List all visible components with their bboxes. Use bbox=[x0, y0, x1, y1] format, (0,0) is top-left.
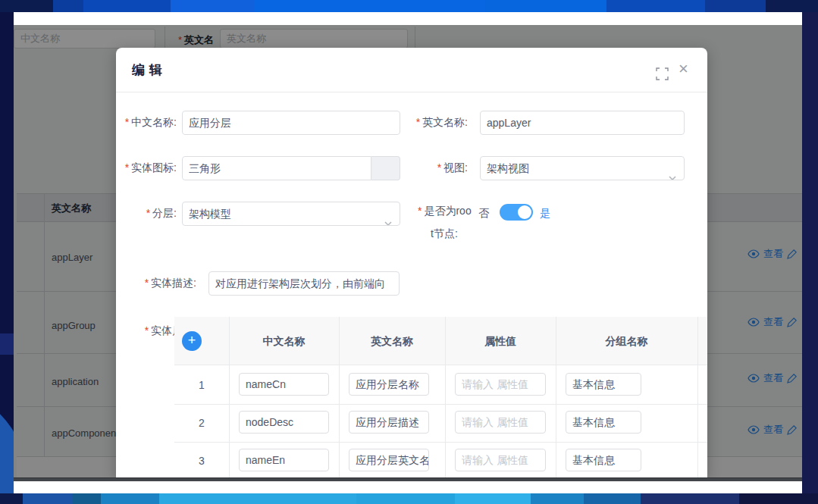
name-cn-input[interactable]: 应用分层 bbox=[182, 111, 400, 135]
attr-col-header-value: 属性值 bbox=[445, 317, 556, 365]
window-bottom-band bbox=[14, 477, 802, 481]
wallpaper-top-accent bbox=[0, 0, 818, 12]
edit-modal: 编辑 × *中文名称: 应用分层 *英文名称: appLayer *实体图标: … bbox=[116, 48, 707, 477]
attr-cn-input[interactable]: nameEn bbox=[239, 449, 329, 471]
attr-col-divider bbox=[445, 317, 446, 477]
toggle-knob bbox=[518, 205, 531, 219]
required-star: * bbox=[437, 161, 441, 174]
page-content: 中文名称 *英文名 英文名称 英文名称 appLayer 查看 appGroup… bbox=[14, 25, 802, 477]
attr-en-input[interactable]: 应用分层名称 bbox=[349, 373, 429, 396]
attr-row-divider bbox=[174, 442, 707, 443]
attr-col-header-cn: 中文名称 bbox=[229, 317, 339, 365]
attr-value-input[interactable]: 请输入 属性值 bbox=[455, 449, 546, 471]
required-star: * bbox=[125, 161, 129, 174]
toggle-on-text: 是 bbox=[540, 207, 550, 221]
chevron-down-icon bbox=[668, 166, 677, 180]
attr-col-divider bbox=[229, 317, 230, 477]
name-en-input[interactable]: appLayer bbox=[480, 111, 685, 135]
add-attr-button[interactable]: + bbox=[182, 331, 202, 351]
close-icon[interactable]: × bbox=[679, 61, 688, 77]
wallpaper-right-edge bbox=[802, 12, 818, 493]
field-label-entity-icon: *实体图标: bbox=[116, 161, 177, 175]
required-star: * bbox=[125, 116, 129, 128]
attr-group-input[interactable]: 基本信息 bbox=[566, 373, 641, 396]
attr-row-divider bbox=[174, 404, 707, 405]
modal-title: 编辑 bbox=[132, 61, 167, 79]
attr-table: + 中文名称 英文名称 属性值 分组名称 1 nameCn 应用分层名称 请输入… bbox=[174, 317, 707, 477]
attr-value-input[interactable]: 请输入 属性值 bbox=[455, 373, 546, 396]
toggle-off-text: 否 bbox=[478, 207, 489, 221]
wallpaper-bottom-accent bbox=[0, 493, 818, 504]
attr-value-input[interactable]: 请输入 属性值 bbox=[455, 411, 546, 434]
required-star: * bbox=[418, 205, 422, 217]
required-star: * bbox=[145, 277, 149, 289]
attr-group-input[interactable]: 基本信息 bbox=[566, 411, 641, 434]
entity-desc-input[interactable]: 对应用进行架构层次划分，由前端向 bbox=[208, 271, 400, 296]
entity-icon-input[interactable]: 三角形 bbox=[182, 156, 371, 180]
attr-group-input[interactable]: 基本信息 bbox=[566, 449, 641, 471]
required-star: * bbox=[146, 207, 150, 219]
field-label-view: *视图: bbox=[404, 161, 468, 175]
wallpaper-left-edge bbox=[0, 12, 14, 493]
field-label-layer: *分层: bbox=[116, 207, 177, 221]
fullscreen-icon[interactable] bbox=[656, 67, 669, 80]
attr-col-divider bbox=[697, 317, 698, 477]
view-select[interactable]: 架构视图 bbox=[480, 156, 685, 180]
field-label-is-root-line1: *是否为roo bbox=[418, 205, 471, 218]
field-label-name-cn: *中文名称: bbox=[116, 116, 177, 130]
attr-cn-input[interactable]: nameCn bbox=[239, 373, 329, 396]
attr-col-header-group: 分组名称 bbox=[556, 317, 697, 365]
attr-row-index: 1 bbox=[174, 379, 229, 391]
required-star: * bbox=[416, 116, 420, 128]
attr-row-index: 3 bbox=[174, 455, 229, 467]
attr-col-divider bbox=[556, 317, 556, 477]
attr-en-input[interactable]: 应用分层英文名 bbox=[349, 449, 429, 471]
attr-cn-input[interactable]: nodeDesc bbox=[239, 411, 329, 434]
wallpaper-curve-shape bbox=[0, 387, 14, 493]
wallpaper-accent-block bbox=[0, 333, 14, 355]
chevron-down-icon bbox=[384, 211, 393, 226]
attr-col-header-en: 英文名称 bbox=[339, 317, 445, 365]
app-window: 中文名称 *英文名 英文名称 英文名称 appLayer 查看 appGroup… bbox=[14, 12, 802, 494]
attr-row-index: 2 bbox=[174, 417, 229, 429]
attr-col-divider bbox=[339, 317, 340, 477]
root-toggle[interactable] bbox=[500, 204, 533, 221]
attr-en-input[interactable]: 应用分层描述 bbox=[349, 411, 429, 434]
field-label-entity-desc: *实体描述: bbox=[128, 277, 196, 290]
layer-select[interactable]: 架构模型 bbox=[182, 202, 400, 226]
modal-header-divider bbox=[116, 92, 707, 92]
field-label-is-root-line2: t节点: bbox=[418, 227, 471, 241]
required-star: * bbox=[145, 324, 149, 337]
field-label-name-en: *英文名称: bbox=[404, 116, 468, 130]
icon-preview-box[interactable] bbox=[371, 156, 400, 180]
